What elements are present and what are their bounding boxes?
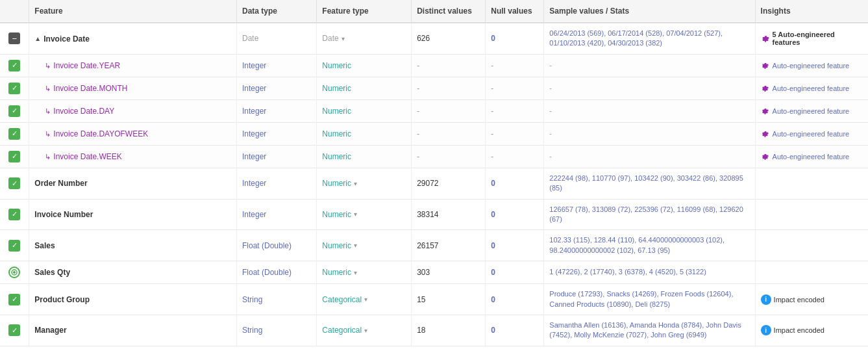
feature-child-name: Invoice Date.YEAR <box>53 61 120 70</box>
insights-cell: iImpact encoded <box>755 315 868 346</box>
auto-engineered-link[interactable]: Auto-engineered feature <box>773 130 850 138</box>
table-row: ✓Product GroupStringCategorical ▾150Prod… <box>0 284 868 315</box>
featuretype-dropdown-icon[interactable]: ▾ <box>364 296 367 303</box>
featuretype-cell[interactable]: Numeric <box>317 122 412 145</box>
featuretype-cell[interactable]: Numeric <box>317 99 412 122</box>
featuretype-dropdown-icon[interactable]: ▾ <box>341 35 345 42</box>
sample-values-cell: 1 (47226), 2 (17740), 3 (6378), 4 (4520)… <box>544 261 755 284</box>
impact-encoded-text: Impact encoded <box>774 326 825 334</box>
datatype-value: Float (Double) <box>242 268 291 277</box>
auto-engineered-link[interactable]: Auto-engineered feature <box>773 62 850 70</box>
featuretype-cell[interactable]: Numeric <box>317 54 412 77</box>
datatype-cell: Integer <box>237 168 317 199</box>
featuretype-dropdown-icon[interactable]: ▾ <box>364 327 367 334</box>
distinct-values-cell: 15 <box>412 284 486 315</box>
gear-icon <box>761 84 770 93</box>
featuretype-dropdown-icon[interactable]: ▾ <box>354 269 357 276</box>
null-value: 0 <box>491 179 495 188</box>
checkbox-checked-icon[interactable]: ✓ <box>8 151 20 162</box>
auto-engineered-link[interactable]: Auto-engineered feature <box>773 153 850 161</box>
featuretype-cell[interactable]: Numeric ▾ <box>317 230 412 261</box>
feature-name-cell: ↳Invoice Date.MONTH <box>29 77 237 99</box>
checkbox-cell[interactable]: ✓ <box>0 54 29 77</box>
featuretype-value: Numeric <box>322 152 351 161</box>
checkbox-cell[interactable]: ✓ <box>0 168 29 199</box>
table-row: ✓↳Invoice Date.WEEKIntegerNumeric---Auto… <box>0 145 868 168</box>
featuretype-dropdown-icon[interactable]: ▾ <box>354 242 357 249</box>
info-circle-icon[interactable]: i <box>761 325 771 335</box>
checkbox-cell[interactable]: ✓ <box>0 145 29 168</box>
checkbox-checked-icon[interactable]: ✓ <box>8 105 20 117</box>
insights-cell <box>755 168 868 199</box>
child-arrow-icon: ↳ <box>45 153 51 161</box>
checkbox-cell[interactable]: ✓ <box>0 122 29 145</box>
datatype-value: Date <box>242 34 258 43</box>
checkbox-minus-icon[interactable]: − <box>8 32 20 44</box>
null-value: - <box>491 107 493 116</box>
checkbox-cell[interactable]: ✓ <box>0 99 29 122</box>
featuretype-cell[interactable]: Numeric ▾ <box>317 168 412 199</box>
checkbox-cell[interactable]: ✓ <box>0 230 29 261</box>
checkbox-cell[interactable]: ✓ <box>0 77 29 99</box>
featuretype-cell[interactable]: Date ▾ <box>317 23 412 54</box>
distinct-values-cell: - <box>412 122 486 145</box>
info-circle-icon[interactable]: i <box>761 294 771 305</box>
table-row: ✓↳Invoice Date.MONTHIntegerNumeric---Aut… <box>0 77 868 99</box>
target-icon[interactable] <box>8 266 20 278</box>
datatype-value: Integer <box>242 179 266 188</box>
null-values-cell: 0 <box>486 284 544 315</box>
datatype-value: Integer <box>242 84 266 93</box>
checkbox-checked-icon[interactable]: ✓ <box>8 240 20 252</box>
featuretype-cell[interactable]: Numeric <box>317 145 412 168</box>
distinct-values-cell: 26157 <box>412 230 486 261</box>
auto-engineered-link[interactable]: Auto-engineered feature <box>773 84 850 92</box>
checkbox-checked-icon[interactable]: ✓ <box>8 83 20 94</box>
sample-values-text: - <box>549 61 552 69</box>
featuretype-dropdown-icon[interactable]: ▾ <box>354 180 357 187</box>
null-value: - <box>491 152 493 161</box>
featuretype-cell[interactable]: Categorical ▾ <box>317 284 412 315</box>
feature-name: Invoice Date <box>43 34 90 44</box>
checkbox-cell[interactable]: ✓ <box>0 284 29 315</box>
null-values-cell: - <box>486 77 544 99</box>
featuretype-value: Numeric <box>322 179 351 188</box>
null-value: 0 <box>491 34 495 43</box>
sample-values-text: Samantha Allen (16136), Amanda Honda (87… <box>549 321 741 339</box>
checkbox-cell[interactable] <box>0 261 29 284</box>
checkbox-cell[interactable]: ✓ <box>0 199 29 230</box>
datatype-cell: Float (Double) <box>237 261 317 284</box>
feature-name-cell: Manager <box>29 315 237 346</box>
distinct-values-cell: - <box>412 99 486 122</box>
featuretype-value: Numeric <box>322 84 351 93</box>
checkbox-cell[interactable]: ✓ <box>0 315 29 346</box>
column-header-insights: Insights <box>755 0 868 23</box>
checkbox-checked-icon[interactable]: ✓ <box>8 177 20 189</box>
checkbox-checked-icon[interactable]: ✓ <box>8 294 20 306</box>
sample-values-cell: Samantha Allen (16136), Amanda Honda (87… <box>544 315 755 346</box>
featuretype-cell[interactable]: Numeric ▾ <box>317 261 412 284</box>
insights-auto-engineered-bold: 5 Auto-engineered features <box>761 31 863 46</box>
null-value: - <box>491 61 493 70</box>
null-values-cell: 0 <box>486 199 544 230</box>
featuretype-dropdown-icon[interactable]: ▾ <box>354 211 357 218</box>
sample-values-cell: - <box>544 122 755 145</box>
feature-name: Order Number <box>34 179 87 188</box>
gear-icon <box>761 34 770 43</box>
auto-engineered-link[interactable]: Auto-engineered feature <box>773 107 850 115</box>
sample-values-text: 1 (47226), 2 (17740), 3 (6378), 4 (4520)… <box>549 268 706 276</box>
checkbox-checked-icon[interactable]: ✓ <box>8 60 20 72</box>
sample-values-text: - <box>549 152 552 160</box>
checkbox-checked-icon[interactable]: ✓ <box>8 324 20 336</box>
column-header-datatype: Data type <box>237 0 317 23</box>
featuretype-cell[interactable]: Numeric <box>317 77 412 99</box>
feature-name-cell: ↳Invoice Date.WEEK <box>29 145 237 168</box>
checkbox-checked-icon[interactable]: ✓ <box>8 209 20 220</box>
distinct-values-cell: - <box>412 54 486 77</box>
expand-arrow-icon[interactable]: ▲ <box>34 35 41 42</box>
checkbox-checked-icon[interactable]: ✓ <box>8 128 20 140</box>
checkbox-cell[interactable]: − <box>0 23 29 54</box>
feature-name: Manager <box>34 326 66 335</box>
sample-values-text: - <box>549 129 552 137</box>
featuretype-cell[interactable]: Numeric ▾ <box>317 199 412 230</box>
featuretype-cell[interactable]: Categorical ▾ <box>317 315 412 346</box>
